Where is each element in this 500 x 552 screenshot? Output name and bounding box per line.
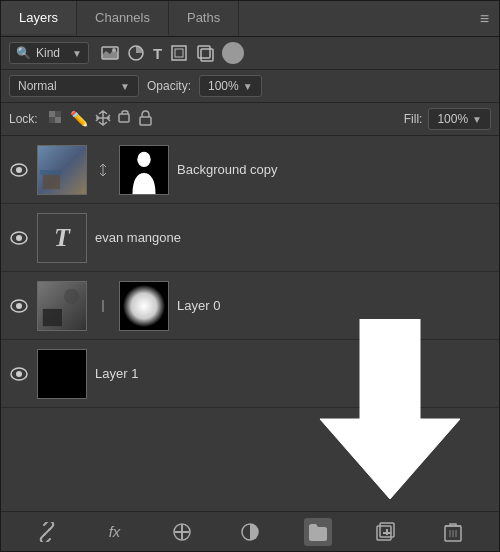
layer-thumbnail bbox=[37, 145, 87, 195]
svg-rect-18 bbox=[40, 170, 61, 175]
kind-dropdown[interactable]: 🔍 Kind ▼ bbox=[9, 42, 89, 64]
svg-point-29 bbox=[123, 284, 165, 326]
svg-rect-8 bbox=[49, 111, 55, 117]
toggle-icon[interactable] bbox=[222, 42, 244, 64]
layer-visibility-toggle[interactable] bbox=[9, 163, 29, 177]
image-filter-icon[interactable] bbox=[101, 46, 119, 60]
svg-point-31 bbox=[16, 371, 22, 377]
svg-rect-12 bbox=[119, 114, 129, 122]
panel-menu-icon[interactable]: ≡ bbox=[480, 10, 489, 28]
tab-paths[interactable]: Paths bbox=[169, 1, 239, 36]
svg-rect-4 bbox=[172, 46, 186, 60]
lock-artboard-icon[interactable] bbox=[117, 110, 133, 129]
kind-dropdown-arrow: ▼ bbox=[72, 48, 82, 59]
svg-rect-11 bbox=[55, 117, 61, 123]
layers-list: Background copy T evan mangone bbox=[1, 136, 499, 511]
lock-icons-group: ✏️ bbox=[48, 110, 152, 129]
svg-point-22 bbox=[16, 235, 22, 241]
adjustment-filter-icon[interactable] bbox=[127, 44, 145, 62]
layer-item[interactable]: Layer 0 bbox=[1, 272, 499, 340]
tab-bar: Layers Channels Paths ≡ bbox=[1, 1, 499, 37]
svg-point-15 bbox=[16, 167, 22, 173]
lock-row: Lock: ✏️ bbox=[1, 103, 499, 136]
svg-rect-6 bbox=[198, 46, 210, 58]
fill-dropdown-arrow: ▼ bbox=[472, 114, 482, 125]
svg-rect-9 bbox=[55, 111, 61, 117]
opacity-label: Opacity: bbox=[147, 79, 191, 93]
layer-name: Layer 0 bbox=[177, 298, 491, 313]
new-layer-button[interactable] bbox=[371, 518, 399, 546]
layer-mask-thumbnail bbox=[119, 145, 169, 195]
layer-thumbnail bbox=[37, 281, 87, 331]
blend-toolbar: Normal ▼ Opacity: 100% ▼ bbox=[1, 70, 499, 103]
svg-rect-39 bbox=[383, 532, 391, 534]
svg-point-2 bbox=[112, 48, 116, 52]
tab-channels[interactable]: Channels bbox=[77, 1, 169, 36]
fx-button[interactable]: fx bbox=[101, 518, 129, 546]
fill-section: Fill: 100% ▼ bbox=[404, 108, 491, 130]
svg-rect-34 bbox=[175, 531, 189, 533]
tab-layers[interactable]: Layers bbox=[1, 1, 77, 36]
layer-link-icon bbox=[95, 163, 111, 177]
search-icon: 🔍 bbox=[16, 46, 31, 60]
svg-point-27 bbox=[64, 288, 79, 303]
new-group-button[interactable] bbox=[304, 518, 332, 546]
link-layers-button[interactable] bbox=[33, 518, 61, 546]
opacity-dropdown-arrow: ▼ bbox=[243, 81, 253, 92]
layer-name: Background copy bbox=[177, 162, 491, 177]
text-filter-icon[interactable]: T bbox=[153, 45, 162, 62]
filter-icons: T bbox=[101, 42, 244, 64]
layer-visibility-toggle[interactable] bbox=[9, 367, 29, 381]
svg-point-20 bbox=[137, 151, 150, 166]
svg-rect-26 bbox=[43, 308, 62, 325]
layer-item[interactable]: T evan mangone bbox=[1, 204, 499, 272]
svg-rect-7 bbox=[201, 49, 213, 61]
layer-visibility-toggle[interactable] bbox=[9, 299, 29, 313]
blend-dropdown-arrow: ▼ bbox=[120, 81, 130, 92]
lock-position-icon[interactable] bbox=[95, 110, 111, 129]
fx-label: fx bbox=[109, 523, 121, 540]
layer-item[interactable]: Background copy bbox=[1, 136, 499, 204]
layer-link-icon bbox=[95, 299, 111, 313]
smart-object-filter-icon[interactable] bbox=[196, 44, 214, 62]
svg-rect-10 bbox=[49, 117, 55, 123]
layer-mask-thumbnail bbox=[119, 281, 169, 331]
kind-toolbar: 🔍 Kind ▼ bbox=[1, 37, 499, 70]
svg-point-24 bbox=[16, 303, 22, 309]
blend-mode-dropdown[interactable]: Normal ▼ bbox=[9, 75, 139, 97]
svg-rect-5 bbox=[175, 49, 183, 57]
layer-thumbnail: T bbox=[37, 213, 87, 263]
lock-transparent-icon[interactable] bbox=[48, 110, 64, 129]
layer-item[interactable]: Layer 1 bbox=[1, 340, 499, 408]
fill-label: Fill: bbox=[404, 112, 423, 126]
svg-rect-17 bbox=[43, 174, 60, 188]
layer-thumbnail bbox=[37, 349, 87, 399]
circle-toggle-shape bbox=[222, 42, 244, 64]
add-fill-layer-button[interactable] bbox=[236, 518, 264, 546]
shape-filter-icon[interactable] bbox=[170, 44, 188, 62]
delete-layer-button[interactable] bbox=[439, 518, 467, 546]
lock-all-icon[interactable] bbox=[139, 110, 152, 129]
svg-rect-13 bbox=[140, 117, 151, 125]
lock-label: Lock: bbox=[9, 112, 38, 126]
layer-visibility-toggle[interactable] bbox=[9, 231, 29, 245]
layer-name: Layer 1 bbox=[95, 366, 491, 381]
lock-image-pixels-icon[interactable]: ✏️ bbox=[70, 110, 89, 128]
layer-name: evan mangone bbox=[95, 230, 491, 245]
add-adjustment-button[interactable] bbox=[168, 518, 196, 546]
bottom-toolbar: fx bbox=[1, 511, 499, 551]
fill-input[interactable]: 100% ▼ bbox=[428, 108, 491, 130]
opacity-input[interactable]: 100% ▼ bbox=[199, 75, 262, 97]
